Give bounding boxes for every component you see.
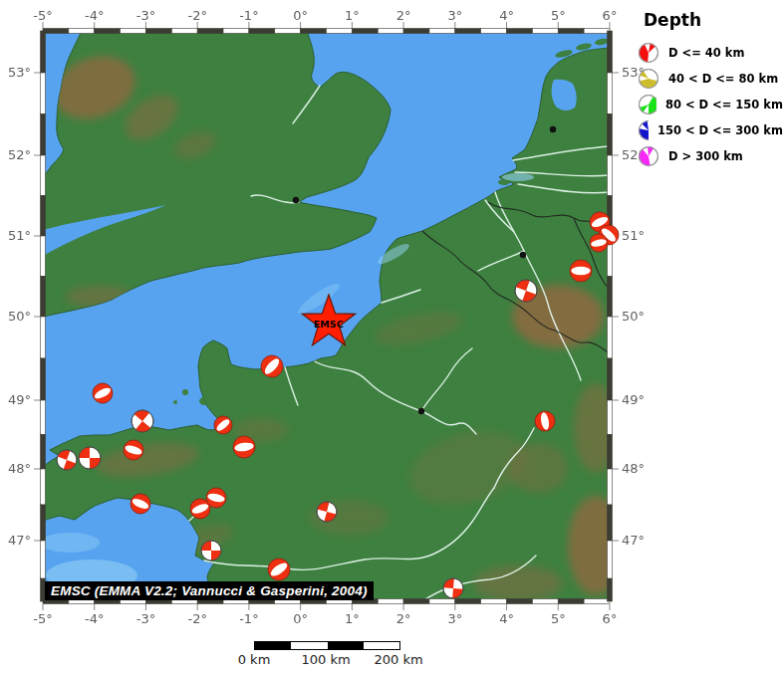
- lat-tick-label: 50°: [622, 309, 645, 324]
- scale-segment: [291, 642, 327, 649]
- lat-tick-label: 52°: [8, 147, 31, 162]
- lat-tick-label: 49°: [8, 392, 31, 407]
- lon-tick-label: 1°: [345, 8, 360, 23]
- lon-tick-label: -4°: [85, 8, 104, 23]
- lat-tick-label: 51°: [8, 228, 31, 243]
- lat-tick-label: 50°: [8, 309, 31, 324]
- scale-segment: [328, 642, 364, 649]
- lon-tick-label: 6°: [603, 611, 618, 626]
- lon-tick-label: -5°: [33, 8, 52, 23]
- lon-tick-label: -5°: [33, 611, 52, 626]
- lon-tick-label: -1°: [239, 8, 258, 23]
- legend-item-depth-2: 80 < D <= 150 km: [638, 92, 783, 117]
- lat-tick-label: 51°: [622, 228, 645, 243]
- lon-tick-label: 3°: [447, 8, 462, 23]
- lon-tick-label: -2°: [187, 611, 206, 626]
- lon-tick-label: 2°: [396, 611, 411, 626]
- credit-attribution: EMSC (EMMA V2.2; Vannucci & Gasperini, 2…: [45, 581, 374, 600]
- legend-item-depth-0: D <= 40 km: [638, 40, 783, 66]
- focal-mechanism-beachball: [570, 260, 592, 282]
- legend-item-label: D > 300 km: [668, 149, 743, 163]
- city-dot: [550, 126, 556, 132]
- beachball-icon-magenta: [638, 145, 659, 167]
- lat-tick-label: 48°: [622, 461, 645, 476]
- city-dot: [418, 408, 424, 414]
- beachball-icon-red: [638, 42, 659, 64]
- depth-legend: Depth D <= 40 km 40 < D <= 80 km 80 < D …: [638, 6, 783, 169]
- lon-tick-label: -3°: [136, 8, 155, 23]
- lon-tick-label: 0°: [293, 8, 308, 23]
- lon-tick-label: -4°: [85, 611, 104, 626]
- scale-segment: [364, 642, 399, 649]
- beachball-icon-green: [638, 94, 656, 115]
- lat-tick-label: 48°: [8, 461, 31, 476]
- legend-item-label: 150 < D <= 300 km: [657, 123, 783, 137]
- legend-item-depth-4: D > 300 km: [638, 143, 783, 169]
- lon-tick-label: 0°: [293, 611, 308, 626]
- legend-item-label: 80 < D <= 150 km: [665, 98, 783, 112]
- emsc-map-page: -5°-5°-4°-4°-3°-3°-2°-2°-1°-1°0°0°1°1°2°…: [0, 0, 784, 673]
- legend-item-depth-1: 40 < D <= 80 km: [638, 66, 783, 92]
- legend-title: Depth: [644, 10, 783, 30]
- map-scale-bar: 0 km 100 km 200 km: [242, 637, 431, 669]
- lon-tick-label: 3°: [447, 611, 462, 626]
- lat-tick-label: 49°: [622, 392, 645, 407]
- focal-mechanism-beachball: [201, 541, 221, 561]
- lon-tick-label: 4°: [499, 8, 514, 23]
- lon-tick-label: 2°: [396, 8, 411, 23]
- legend-item-label: D <= 40 km: [668, 46, 744, 60]
- lat-tick-label: 47°: [8, 533, 31, 548]
- city-dot: [293, 197, 299, 203]
- lon-tick-label: 4°: [499, 611, 514, 626]
- lon-tick-label: -1°: [239, 611, 258, 626]
- lon-tick-label: -2°: [187, 8, 206, 23]
- legend-item-label: 40 < D <= 80 km: [668, 72, 778, 86]
- focal-mechanism-beachball: [79, 447, 101, 469]
- scale-label-200: 200 km: [374, 652, 422, 667]
- lat-tick-label: 53°: [8, 65, 31, 80]
- legend-item-depth-3: 150 < D <= 300 km: [638, 117, 783, 143]
- lon-tick-label: -3°: [136, 611, 155, 626]
- star-label: EMSC: [314, 319, 344, 330]
- lon-tick-label: 5°: [551, 8, 566, 23]
- scale-label-100: 100 km: [301, 652, 350, 667]
- scale-bar-segments: [254, 641, 400, 650]
- beachball-icon-yellow: [638, 68, 659, 90]
- lat-tick-label: 47°: [622, 533, 645, 548]
- city-dot: [520, 252, 526, 258]
- lon-tick-label: 6°: [603, 8, 618, 23]
- lon-tick-label: 1°: [345, 611, 360, 626]
- lon-tick-label: 5°: [551, 611, 566, 626]
- scale-segment: [255, 642, 291, 649]
- scale-label-0: 0 km: [238, 652, 271, 667]
- beachball-icon-blue: [638, 119, 649, 141]
